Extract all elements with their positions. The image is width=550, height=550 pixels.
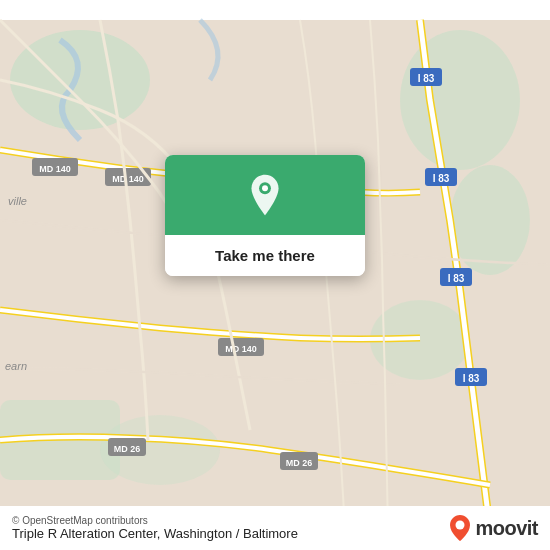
svg-point-2 (400, 30, 520, 170)
svg-text:I 83: I 83 (448, 273, 465, 284)
bottom-left: © OpenStreetMap contributors Triple R Al… (12, 515, 298, 541)
svg-text:ville: ville (8, 195, 27, 207)
take-me-there-button[interactable]: Take me there (165, 235, 365, 276)
location-pin-icon (243, 173, 287, 217)
svg-point-1 (10, 30, 150, 130)
svg-point-28 (262, 185, 268, 191)
svg-point-29 (456, 521, 465, 530)
svg-text:MD 140: MD 140 (225, 344, 257, 354)
bottom-bar: © OpenStreetMap contributors Triple R Al… (0, 506, 550, 550)
attribution-text: © OpenStreetMap contributors (12, 515, 298, 526)
svg-text:MD 26: MD 26 (114, 444, 141, 454)
svg-text:earn: earn (5, 360, 27, 372)
moovit-logo: moovit (449, 514, 538, 542)
moovit-pin-icon (449, 514, 471, 542)
svg-text:I 83: I 83 (418, 73, 435, 84)
cta-card: Take me there (165, 155, 365, 276)
svg-text:I 83: I 83 (433, 173, 450, 184)
svg-text:I 83: I 83 (463, 373, 480, 384)
svg-text:MD 140: MD 140 (39, 164, 71, 174)
svg-point-3 (450, 165, 530, 275)
moovit-text: moovit (475, 517, 538, 540)
map-container: I 83 I 83 I 83 I 83 MD 140 MD 140 MD 140… (0, 0, 550, 550)
svg-text:MD 140: MD 140 (112, 174, 144, 184)
location-title: Triple R Alteration Center, Washington /… (12, 526, 298, 541)
svg-text:MD 26: MD 26 (286, 458, 313, 468)
cta-green-area (165, 155, 365, 235)
